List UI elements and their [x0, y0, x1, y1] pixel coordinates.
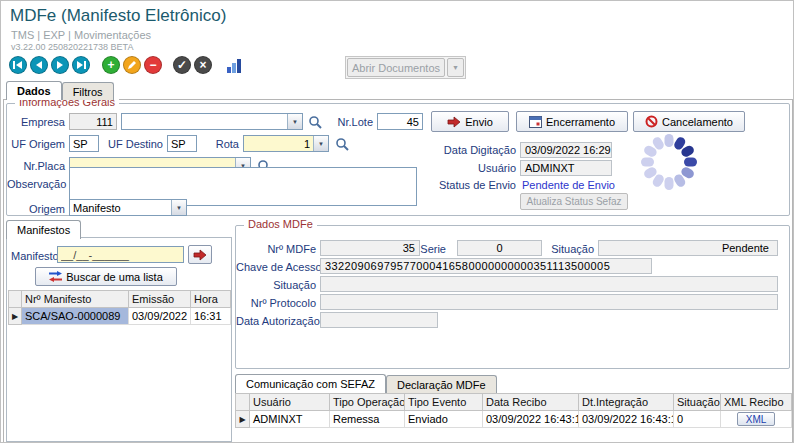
xml-recibo-button[interactable]: XML: [737, 412, 776, 426]
manifesto-label: Manifesto: [11, 250, 59, 262]
data-digitacao-value: 03/09/2022 16:29: [520, 142, 612, 158]
chart-toolbar-button[interactable]: [226, 57, 243, 76]
rota-combo[interactable]: ▼: [243, 135, 329, 152]
atualiza-status-sefaz-button: Atualiza Status Sefaz: [520, 193, 628, 210]
delete-record-button[interactable]: −: [144, 56, 162, 74]
cell-situacao[interactable]: 0: [674, 411, 721, 428]
main-tabbar: Dados Filtros: [6, 81, 114, 100]
buscar-lista-button[interactable]: Buscar de uma lista: [35, 267, 177, 286]
usuario-value: ADMINXT: [520, 160, 612, 176]
confirm-check-icon: ✓: [177, 59, 187, 71]
bar-chart-icon: [226, 57, 243, 74]
cell-tipo-operacao[interactable]: Remessa: [330, 411, 405, 428]
origem-combo[interactable]: ▼: [69, 199, 187, 216]
rota-combo-input[interactable]: [244, 136, 313, 151]
col-nr-manifesto: Nrº Manifesto: [22, 291, 129, 308]
origem-label: Origem: [7, 203, 65, 215]
mdfe-window: MDFe (Manifesto Eletrônico) TMS | EXP | …: [0, 0, 794, 443]
tab-declaracao-mdfe[interactable]: Declaração MDFe: [386, 375, 497, 393]
dados-mdfe-group: Dados MDFe Nrº MDFe 35 Serie 0 Situação …: [235, 225, 790, 369]
nrlote-label: Nr.Lote: [325, 116, 373, 128]
edit-record-button[interactable]: [123, 56, 141, 74]
manifestos-tabbar: Manifestos: [6, 220, 81, 239]
observacao-label: Observação: [7, 178, 65, 190]
col-usuario: Usuário: [250, 394, 330, 411]
cell-hora[interactable]: 16:31: [191, 308, 231, 325]
manifesto-masked-input[interactable]: [57, 246, 184, 263]
nav-next-button[interactable]: [51, 56, 69, 74]
uf-destino-label: UF Destino: [101, 138, 163, 150]
version-label: v3.22.00 250820221738 BETA: [11, 42, 133, 52]
tab-manifestos[interactable]: Manifestos: [6, 220, 81, 239]
origem-combo-input[interactable]: [70, 200, 171, 215]
nr-placa-label: Nr.Placa: [7, 160, 65, 172]
usuario-label: Usuário: [436, 162, 516, 174]
nav-last-button[interactable]: [72, 56, 90, 74]
nr-mdfe-label: Nrº MDFe: [236, 243, 316, 255]
page-title: MDFe (Manifesto Eletrônico): [10, 6, 226, 26]
no-entry-icon: [645, 115, 658, 128]
cell-usuario[interactable]: ADMINXT: [250, 411, 330, 428]
row-indicator-icon: ▶: [236, 411, 250, 428]
serie-label: Serie: [386, 243, 446, 255]
abrir-documentos-group: Abrir Documentos ▼: [345, 56, 466, 79]
cancelamento-button[interactable]: Cancelamento: [633, 111, 745, 132]
col-data-recibo: Data Recibo: [483, 394, 579, 411]
data-autorizacao-label: Data Autorização: [236, 315, 316, 327]
encerramento-icon: [529, 116, 542, 128]
data-autorizacao-value: [320, 312, 438, 328]
confirm-button[interactable]: ✓: [173, 56, 191, 74]
empresa-combo[interactable]: ▼: [121, 113, 303, 130]
nav-first-button[interactable]: [9, 56, 27, 74]
empresa-search-button[interactable]: [307, 114, 323, 130]
add-record-button[interactable]: +: [102, 56, 120, 74]
col-dt-integracao: Dt.Integração: [579, 394, 674, 411]
status-envio-label: Status de Envio: [426, 179, 516, 191]
envio-button[interactable]: Envio: [431, 111, 509, 132]
tab-comunicacao-sefaz[interactable]: Comunicação com SEFAZ: [235, 374, 386, 393]
prev-record-icon: [34, 60, 44, 70]
cell-tipo-evento[interactable]: Enviado: [405, 411, 483, 428]
nrlote-field[interactable]: [377, 113, 423, 130]
informacoes-gerais-group: Informações Gerais Empresa ▼ Nr.Lote Env…: [6, 103, 790, 216]
dados-mdfe-title: Dados MDFe: [244, 218, 317, 230]
sefaz-grid: Usuário Tipo Operação Tipo Evento Data R…: [235, 393, 792, 428]
buscar-lista-label: Buscar de uma lista: [66, 271, 163, 283]
cancel-button[interactable]: ×: [194, 56, 212, 74]
delete-icon: −: [149, 59, 156, 71]
empresa-combo-input[interactable]: [122, 114, 287, 129]
manifesto-send-button[interactable]: [188, 245, 212, 264]
empresa-field: [69, 113, 117, 130]
dropdown-arrow-icon: ▼: [452, 64, 459, 71]
tab-dados[interactable]: Dados: [6, 81, 62, 100]
dropdown-arrow-icon[interactable]: ▼: [313, 136, 328, 151]
next-record-icon: [55, 60, 65, 70]
rota-search-button[interactable]: [334, 136, 350, 152]
send-arrow-icon: [447, 116, 461, 128]
cell-data-recibo[interactable]: 03/09/2022 16:43:15: [483, 411, 579, 428]
col-situacao: Situação: [674, 394, 721, 411]
dropdown-arrow-icon[interactable]: ▼: [287, 114, 302, 129]
encerramento-button[interactable]: Encerramento: [516, 111, 628, 132]
encerramento-button-label: Encerramento: [546, 116, 615, 128]
empresa-label: Empresa: [7, 116, 65, 128]
uf-origem-field[interactable]: [69, 135, 99, 152]
abrir-documentos-button: Abrir Documentos: [347, 58, 445, 77]
nav-prev-button[interactable]: [30, 56, 48, 74]
breadcrumb: TMS | EXP | Movimentações: [11, 29, 151, 41]
dropdown-arrow-icon[interactable]: ▼: [171, 200, 186, 215]
cell-dt-integracao[interactable]: 03/09/2022 16:43:15: [579, 411, 674, 428]
tab-filtros[interactable]: Filtros: [62, 82, 114, 100]
chave-acesso-label: Chave de Acesso: [236, 261, 316, 273]
indicator-header-cell: [236, 394, 250, 411]
nr-protocolo-value: [320, 294, 778, 310]
table-row: ▶ ADMINXT Remessa Enviado 03/09/2022 16:…: [236, 411, 792, 428]
col-hora: Hora: [191, 291, 231, 308]
situacao-detalhe-label: Situação: [236, 279, 316, 291]
uf-destino-field[interactable]: [167, 135, 197, 152]
cell-emissao[interactable]: 03/09/2022: [129, 308, 191, 325]
cell-manifesto[interactable]: SCA/SAO-0000089: [22, 308, 129, 325]
abrir-documentos-dropdown-button: ▼: [447, 58, 464, 77]
last-record-icon: [76, 60, 86, 70]
uf-origem-label: UF Origem: [7, 138, 65, 150]
